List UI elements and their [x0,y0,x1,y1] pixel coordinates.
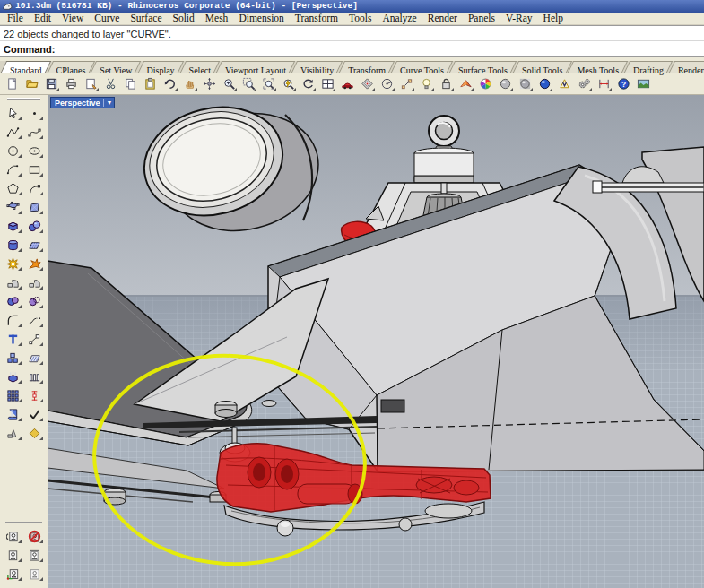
tab-visibility[interactable]: Visibility [294,61,340,73]
arc-button[interactable] [3,160,23,178]
tab-render[interactable]: Render [672,61,704,73]
tab-set-view[interactable]: Set View [93,61,138,73]
surface-patch-button[interactable] [3,198,23,216]
save-button[interactable] [41,74,61,93]
blend-curve-button[interactable] [24,311,45,329]
gears-button[interactable] [574,74,594,93]
text-button[interactable] [3,330,23,348]
menu-file[interactable]: File [2,13,29,24]
circle-arrow-button[interactable] [377,74,396,93]
circle-button[interactable] [3,142,23,160]
array-columns-button[interactable] [24,368,45,385]
sidebar-grip[interactable] [7,98,40,100]
light-bulb-button[interactable] [416,74,436,93]
ellipse-button[interactable] [24,142,45,160]
dimension-tool-button[interactable] [594,74,613,93]
tab-curve-tools[interactable]: Curve Tools [394,61,450,73]
tab-viewport-layout[interactable]: Viewport Layout [219,61,292,73]
notebook-button[interactable] [3,405,23,423]
surface-corner-button[interactable] [24,198,45,216]
curve-handle-button[interactable] [24,179,45,197]
menu-mesh[interactable]: Mesh [200,13,234,24]
boolean-union-button[interactable] [3,292,23,310]
tab-select[interactable]: Select [183,61,217,73]
explode-burst-button[interactable] [24,255,45,272]
lock-button[interactable] [436,74,456,93]
viewport-layout-button[interactable] [317,74,337,93]
zoom-window-button[interactable] [239,74,258,93]
cylinder-button[interactable] [3,236,23,254]
control-curve-button[interactable] [24,123,45,141]
zoom-lens-button[interactable] [278,74,298,93]
check-mark-button[interactable] [24,405,45,423]
person-plain-button[interactable] [3,546,23,564]
tab-drafting[interactable]: Drafting [627,61,670,73]
menu-render[interactable]: Render [422,13,463,24]
scale-points-button[interactable] [24,330,45,348]
menu-analyze[interactable]: Analyze [377,13,422,24]
vray-options-button[interactable] [554,74,574,93]
command-input[interactable]: Command: [0,41,704,57]
person-frame-button[interactable] [24,546,45,564]
boolean-difference-button[interactable] [24,292,45,310]
copy-button[interactable] [120,74,140,93]
tab-solid-tools[interactable]: Solid Tools [516,61,569,73]
array-grid-button[interactable] [3,386,23,404]
blocks-button[interactable] [3,349,23,367]
rotate-snapshot-button[interactable] [298,74,317,93]
point-button[interactable] [24,104,45,122]
select-arrow-button[interactable] [3,104,23,122]
menu-surface[interactable]: Surface [125,13,167,24]
tab-cplanes[interactable]: CPlanes [50,61,92,73]
zoom-dynamic-button[interactable] [219,74,239,93]
sphere-gray-button[interactable] [495,74,515,93]
explode-star-button[interactable] [3,255,23,272]
environment-button[interactable] [633,74,653,93]
viewport-tab-perspective[interactable]: Perspective ▼ [50,97,115,108]
tab-display[interactable]: Display [141,61,181,73]
cut-button[interactable] [100,74,120,93]
menu-view[interactable]: View [56,13,89,24]
menu-panels[interactable]: Panels [463,13,500,24]
new-document-button[interactable] [2,74,22,93]
compass-map-button[interactable] [357,74,377,93]
help-button[interactable]: ? [613,74,633,93]
menu-help[interactable]: Help [538,13,569,24]
person-frame-light-button[interactable] [24,565,45,583]
export-note-button[interactable] [81,74,100,93]
polygon-button[interactable] [3,179,23,197]
undo-button[interactable] [160,74,179,93]
sphere-checker-button[interactable] [515,74,535,93]
print-button[interactable] [61,74,81,93]
person-axes-button[interactable] [3,565,23,583]
rectangle-button[interactable] [24,160,45,178]
menu-dimension[interactable]: Dimension [233,13,289,24]
menu-v-ray[interactable]: V-Ray [500,13,538,24]
open-folder-button[interactable] [22,74,41,93]
fillet-curve-button[interactable] [3,311,23,329]
spheres-button[interactable] [24,217,45,235]
menu-solid[interactable]: Solid [168,13,200,24]
menu-curve[interactable]: Curve [89,13,125,24]
tab-transform[interactable]: Transform [342,61,392,73]
tab-mesh-tools[interactable]: Mesh Tools [570,61,625,73]
rotate-view-button[interactable] [199,74,219,93]
diamond-button[interactable] [24,424,45,442]
zoom-selected-button[interactable] [258,74,278,93]
sphere-blue-button[interactable] [535,74,554,93]
primitives-button[interactable] [3,424,23,442]
paste-button[interactable] [140,74,160,93]
move-points-button[interactable] [396,74,416,93]
viewport-canvas[interactable] [48,95,704,588]
tab-standard[interactable]: Standard [4,61,48,73]
color-wheel-button[interactable] [475,74,495,93]
pan-hand-button[interactable] [179,74,199,93]
mesh-plane-button[interactable] [24,236,45,254]
tab-surface-tools[interactable]: Surface Tools [452,61,514,73]
extrude-box-button[interactable] [3,368,23,385]
car-render-button[interactable] [337,74,357,93]
menu-transform[interactable]: Transform [290,13,343,24]
person-prohibited-button[interactable] [24,527,45,545]
fillet-edge-button[interactable] [3,273,23,291]
viewport-dropdown-arrow[interactable]: ▼ [107,98,113,108]
